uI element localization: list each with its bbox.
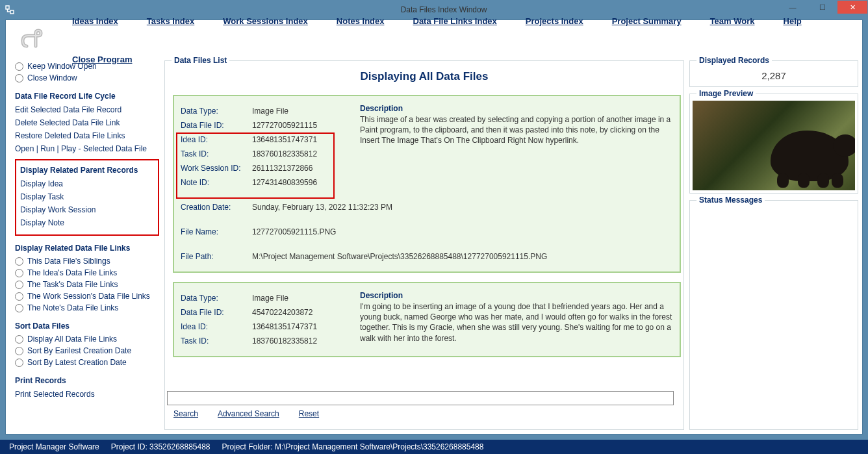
menu-help[interactable]: Help bbox=[784, 16, 802, 26]
menu-team-work[interactable]: Team Work bbox=[710, 16, 755, 26]
menu-projects-index[interactable]: Projects Index bbox=[526, 16, 583, 26]
content-area: Keep Window Open Close Window Data File … bbox=[15, 60, 858, 430]
sort-title: Sort Data Files bbox=[15, 322, 159, 331]
records-scroll[interactable]: Data Type:Image File Data File ID:127727… bbox=[170, 90, 683, 381]
value-file-name: 127727005921115.PNG bbox=[252, 227, 336, 236]
display-note-link[interactable]: Display Note bbox=[20, 216, 154, 229]
value-data-type: Image File bbox=[252, 107, 288, 116]
label-idea-id: Idea ID: bbox=[181, 322, 252, 331]
siblings-radio[interactable]: This Data File's Siblings bbox=[15, 255, 159, 267]
menu-ideas-index[interactable]: Ideas Index bbox=[72, 16, 118, 26]
label-creation-date: Creation Date: bbox=[181, 203, 252, 212]
display-task-link[interactable]: Display Task bbox=[20, 190, 154, 203]
edit-selected-link[interactable]: Edit Selected Data File Record bbox=[15, 103, 159, 116]
task-links-radio[interactable]: The Task's Data File Links bbox=[15, 279, 159, 290]
label-description: Description bbox=[360, 291, 673, 300]
menu-strip: Ideas Index Tasks Index Work Sessions In… bbox=[6, 20, 862, 60]
value-data-file-id: 45470224203872 bbox=[252, 308, 313, 317]
value-note-id: 127431480839596 bbox=[252, 178, 317, 187]
value-task-id: 183760182335812 bbox=[252, 336, 317, 346]
record-card[interactable]: Data Type:Image File Data File ID:454702… bbox=[173, 282, 681, 357]
display-work-session-link[interactable]: Display Work Session bbox=[20, 203, 154, 216]
search-link[interactable]: Search bbox=[173, 409, 198, 418]
menu-tasks-index[interactable]: Tasks Index bbox=[147, 16, 194, 26]
display-idea-link[interactable]: Display Idea bbox=[20, 177, 154, 190]
value-description: This image of a bear was created by sele… bbox=[360, 114, 673, 146]
app-logo bbox=[19, 27, 46, 54]
label-data-type: Data Type: bbox=[181, 294, 252, 303]
search-input[interactable] bbox=[167, 391, 674, 405]
footer-app: Project Manager Software bbox=[9, 442, 99, 451]
maximize-button[interactable]: ☐ bbox=[808, 1, 837, 14]
value-data-file-id: 127727005921115 bbox=[252, 121, 317, 130]
value-work-session-id: 26111321372866 bbox=[252, 164, 313, 173]
sort-earliest-radio[interactable]: Sort By Earilest Creation Date bbox=[15, 345, 159, 357]
reset-link[interactable]: Reset bbox=[299, 409, 319, 418]
label-work-session-id: Work Session ID: bbox=[181, 164, 252, 173]
label-data-file-id: Data File ID: bbox=[181, 308, 252, 317]
label-note-id: Note ID: bbox=[181, 178, 252, 187]
menu-work-sessions-index[interactable]: Work Sessions Index bbox=[223, 16, 308, 26]
value-idea-id: 136481351747371 bbox=[252, 322, 317, 331]
label-file-path: File Path: bbox=[181, 252, 252, 261]
status-messages-label: Status Messages bbox=[696, 195, 765, 205]
label-description: Description bbox=[360, 104, 673, 113]
status-messages-box: Status Messages bbox=[689, 200, 858, 430]
value-description: I'm going to be inserting an image of a … bbox=[360, 301, 673, 344]
lifecycle-title: Data File Record Life Cycle bbox=[15, 92, 159, 101]
app-icon bbox=[0, 5, 19, 15]
menu-project-summary[interactable]: Project Summary bbox=[612, 16, 682, 26]
sort-latest-radio[interactable]: Sort By Latest Creation Date bbox=[15, 357, 159, 368]
data-files-list-group: Data Files List Displaying All Data File… bbox=[164, 60, 684, 430]
close-window-radio[interactable]: Close Window bbox=[15, 72, 159, 84]
image-preview-label: Image Preview bbox=[696, 89, 756, 98]
app-body: Ideas Index Tasks Index Work Sessions In… bbox=[5, 19, 863, 435]
open-run-play-link[interactable]: Open | Run | Play - Selected Data File bbox=[15, 142, 159, 155]
footer-project-id: Project ID: 33526268885488 bbox=[111, 442, 211, 451]
sidebar: Keep Window Open Close Window Data File … bbox=[15, 60, 159, 430]
keep-window-open-radio[interactable]: Keep Window Open bbox=[15, 60, 159, 72]
value-data-type: Image File bbox=[252, 294, 288, 303]
label-task-id: Task ID: bbox=[181, 336, 252, 346]
search-strip: Search Advanced Search Reset bbox=[164, 391, 684, 427]
menu-data-file-links-index[interactable]: Data File Links Index bbox=[413, 16, 497, 26]
advanced-search-link[interactable]: Advanced Search bbox=[218, 409, 279, 418]
related-links-title: Display Related Data File Links bbox=[15, 244, 159, 253]
label-data-file-id: Data File ID: bbox=[181, 121, 252, 130]
parent-records-highlight: Display Related Parent Records Display I… bbox=[15, 159, 159, 236]
work-session-links-radio[interactable]: The Work Session's Data File Links bbox=[15, 290, 159, 302]
right-column: Displayed Records 2,287 Image Preview St… bbox=[689, 60, 858, 430]
displayed-records-box: Displayed Records 2,287 bbox=[689, 60, 858, 87]
data-files-list-label: Data Files List bbox=[172, 56, 229, 65]
print-title: Print Records bbox=[15, 376, 159, 385]
value-idea-id: 136481351747371 bbox=[252, 135, 317, 144]
record-card[interactable]: Data Type:Image File Data File ID:127727… bbox=[173, 95, 681, 273]
delete-selected-link[interactable]: Delete Selected Data File Link bbox=[15, 116, 159, 129]
close-button[interactable]: ✕ bbox=[837, 1, 867, 14]
bear-icon bbox=[771, 131, 849, 181]
center-panel: Data Files List Displaying All Data File… bbox=[164, 60, 684, 430]
footer-project-folder: Project Folder: M:\Project Management So… bbox=[222, 442, 484, 451]
parent-title: Display Related Parent Records bbox=[20, 166, 154, 175]
restore-deleted-link[interactable]: Restore Deleted Data File Links bbox=[15, 129, 159, 142]
note-links-radio[interactable]: The Note's Data File Links bbox=[15, 302, 159, 314]
image-preview-box: Image Preview bbox=[689, 94, 858, 194]
label-file-name: File Name: bbox=[181, 227, 252, 236]
value-creation-date: Sunday, February 13, 2022 11:32:23 PM bbox=[252, 203, 392, 212]
minimize-button[interactable]: — bbox=[778, 1, 808, 14]
print-selected-link[interactable]: Print Selected Records bbox=[15, 388, 159, 401]
value-file-path: M:\Project Management Software\Projects\… bbox=[252, 252, 547, 261]
preview-image bbox=[693, 101, 855, 190]
sort-all-radio[interactable]: Display All Data File Links bbox=[15, 333, 159, 345]
window-controls: — ☐ ✕ bbox=[778, 1, 867, 15]
label-idea-id: Idea ID: bbox=[181, 135, 252, 144]
menu-notes-index[interactable]: Notes Index bbox=[337, 16, 385, 26]
label-data-type: Data Type: bbox=[181, 107, 252, 116]
displayed-records-value: 2,287 bbox=[695, 70, 852, 81]
status-bar: Project Manager Software Project ID: 335… bbox=[0, 440, 868, 454]
list-heading: Displaying All Data Files bbox=[165, 61, 683, 88]
window-title: Data Files Index Window bbox=[19, 5, 868, 14]
displayed-records-label: Displayed Records bbox=[696, 56, 772, 65]
idea-links-radio[interactable]: The Idea's Data File Links bbox=[15, 267, 159, 279]
label-task-id: Task ID: bbox=[181, 149, 252, 158]
